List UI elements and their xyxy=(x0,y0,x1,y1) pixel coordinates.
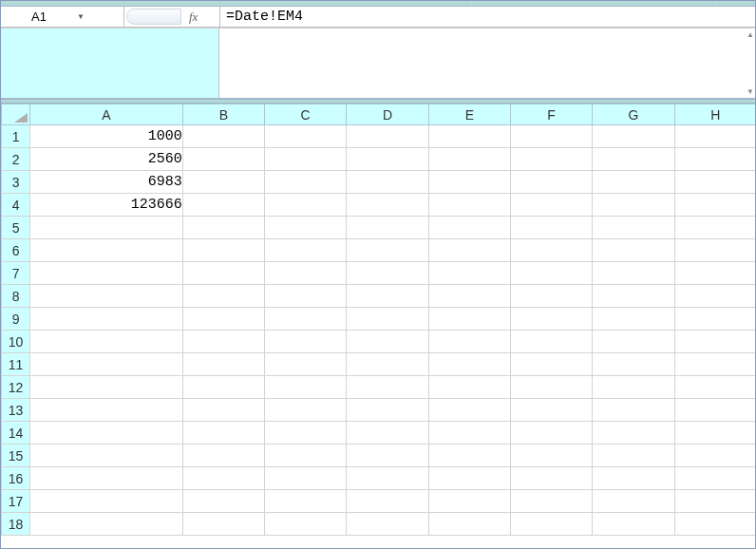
row-header-11[interactable]: 11 xyxy=(2,353,30,376)
cell-B3[interactable] xyxy=(182,171,264,194)
cell-G12[interactable] xyxy=(593,376,674,399)
cell-B12[interactable] xyxy=(182,376,264,399)
cell-D2[interactable] xyxy=(347,148,428,171)
cell-B18[interactable] xyxy=(182,513,264,536)
name-box[interactable] xyxy=(5,9,73,26)
row-header-4[interactable]: 4 xyxy=(2,194,30,217)
row-header-5[interactable]: 5 xyxy=(2,217,30,239)
cell-E1[interactable] xyxy=(428,125,510,148)
cell-E18[interactable] xyxy=(428,513,510,536)
cancel-enter-button[interactable] xyxy=(126,9,181,25)
formula-expand-editor[interactable]: ▲ ▼ xyxy=(219,28,755,98)
row-header-6[interactable]: 6 xyxy=(2,239,30,262)
cell-H1[interactable] xyxy=(674,125,755,148)
cell-E12[interactable] xyxy=(428,376,510,399)
cell-C17[interactable] xyxy=(265,490,347,513)
cell-G11[interactable] xyxy=(593,353,674,376)
cell-B5[interactable] xyxy=(182,217,264,239)
cell-D10[interactable] xyxy=(347,331,428,353)
cell-C2[interactable] xyxy=(265,148,347,171)
formula-input[interactable] xyxy=(220,7,755,27)
cell-D3[interactable] xyxy=(347,171,428,194)
cell-A8[interactable] xyxy=(30,285,183,308)
cell-D13[interactable] xyxy=(347,399,428,422)
cell-G18[interactable] xyxy=(593,513,674,536)
cell-E5[interactable] xyxy=(428,217,510,239)
cell-C18[interactable] xyxy=(265,513,347,536)
cell-F17[interactable] xyxy=(510,490,592,513)
row-header-2[interactable]: 2 xyxy=(2,148,30,171)
cell-E7[interactable] xyxy=(428,262,510,285)
cell-A13[interactable] xyxy=(30,399,183,422)
cell-G7[interactable] xyxy=(593,262,674,285)
cell-F9[interactable] xyxy=(510,308,592,331)
row-header-14[interactable]: 14 xyxy=(2,422,30,445)
cell-C15[interactable] xyxy=(265,445,347,467)
cell-A6[interactable] xyxy=(30,239,183,262)
cell-B9[interactable] xyxy=(182,308,264,331)
row-header-16[interactable]: 16 xyxy=(2,467,30,490)
cell-H16[interactable] xyxy=(674,467,755,490)
row-header-18[interactable]: 18 xyxy=(2,513,30,536)
row-header-7[interactable]: 7 xyxy=(2,262,30,285)
column-header-C[interactable]: C xyxy=(265,104,347,125)
column-header-B[interactable]: B xyxy=(182,104,264,125)
row-header-3[interactable]: 3 xyxy=(2,171,30,194)
cell-D8[interactable] xyxy=(347,285,428,308)
insert-function-button[interactable]: fx xyxy=(185,9,201,25)
cell-H10[interactable] xyxy=(674,331,755,353)
cell-H13[interactable] xyxy=(674,399,755,422)
cell-C6[interactable] xyxy=(265,239,347,262)
cell-C3[interactable] xyxy=(265,171,347,194)
column-header-A[interactable]: A xyxy=(30,104,183,125)
cell-D1[interactable] xyxy=(347,125,428,148)
cell-B7[interactable] xyxy=(182,262,264,285)
cell-G9[interactable] xyxy=(593,308,674,331)
cell-A4[interactable]: 123666 xyxy=(30,194,183,217)
cell-E15[interactable] xyxy=(428,445,510,467)
cell-H11[interactable] xyxy=(674,353,755,376)
cell-A16[interactable] xyxy=(30,467,183,490)
column-header-D[interactable]: D xyxy=(347,104,428,125)
cell-A2[interactable]: 2560 xyxy=(30,148,183,171)
cell-F7[interactable] xyxy=(510,262,592,285)
column-header-F[interactable]: F xyxy=(510,104,592,125)
cell-C8[interactable] xyxy=(265,285,347,308)
cell-C9[interactable] xyxy=(265,308,347,331)
scroll-down-icon[interactable]: ▼ xyxy=(747,87,754,96)
cell-H15[interactable] xyxy=(674,445,755,467)
cell-H8[interactable] xyxy=(674,285,755,308)
cell-H18[interactable] xyxy=(674,513,755,536)
formula-scrollbar[interactable]: ▲ ▼ xyxy=(747,30,753,96)
cell-D4[interactable] xyxy=(347,194,428,217)
cell-E6[interactable] xyxy=(428,239,510,262)
cell-D17[interactable] xyxy=(347,490,428,513)
cell-F6[interactable] xyxy=(510,239,592,262)
cell-H17[interactable] xyxy=(674,490,755,513)
cell-A11[interactable] xyxy=(30,353,183,376)
cell-E8[interactable] xyxy=(428,285,510,308)
cell-G2[interactable] xyxy=(593,148,674,171)
select-all-corner[interactable] xyxy=(2,104,30,125)
cell-G17[interactable] xyxy=(593,490,674,513)
cell-G14[interactable] xyxy=(593,422,674,445)
cell-B17[interactable] xyxy=(182,490,264,513)
cell-A1[interactable]: 1000 xyxy=(30,125,183,148)
cell-A5[interactable] xyxy=(30,217,183,239)
row-header-8[interactable]: 8 xyxy=(2,285,30,308)
cell-G16[interactable] xyxy=(593,467,674,490)
row-header-10[interactable]: 10 xyxy=(2,331,30,353)
cell-A7[interactable] xyxy=(30,262,183,285)
cell-D14[interactable] xyxy=(347,422,428,445)
cell-F14[interactable] xyxy=(510,422,592,445)
column-header-G[interactable]: G xyxy=(593,104,674,125)
cell-B13[interactable] xyxy=(182,399,264,422)
cell-C13[interactable] xyxy=(265,399,347,422)
cell-C11[interactable] xyxy=(265,353,347,376)
scroll-up-icon[interactable]: ▲ xyxy=(747,30,754,39)
cell-C1[interactable] xyxy=(265,125,347,148)
cell-A14[interactable] xyxy=(30,422,183,445)
cell-H4[interactable] xyxy=(674,194,755,217)
cell-C12[interactable] xyxy=(265,376,347,399)
cell-C5[interactable] xyxy=(265,217,347,239)
